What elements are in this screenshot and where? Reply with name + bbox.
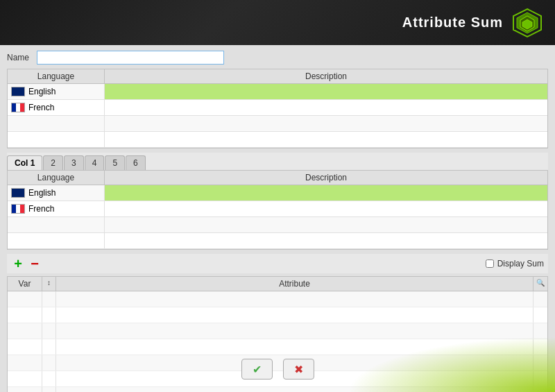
ok-icon: ✔ bbox=[253, 363, 262, 376]
content-area: Name Language Description English French bbox=[0, 45, 555, 392]
name-row: Name bbox=[7, 51, 548, 65]
bottom-th-description: Description bbox=[105, 171, 547, 185]
bottom-th-language: Language bbox=[8, 171, 105, 185]
lang-name: English bbox=[28, 87, 56, 96]
th-sort: ↕ bbox=[42, 277, 56, 291]
tab-col6[interactable]: 6 bbox=[126, 155, 146, 170]
var-cell bbox=[8, 339, 42, 355]
row-search bbox=[533, 323, 547, 339]
desc-cell[interactable] bbox=[105, 132, 547, 147]
desc-cell[interactable] bbox=[105, 201, 547, 216]
attr-table-header: Var ↕ Attribute 🔍 bbox=[8, 277, 547, 291]
remove-row-button[interactable]: − bbox=[28, 257, 42, 271]
toolbar-left: + − bbox=[11, 257, 42, 271]
table-row[interactable]: English bbox=[8, 84, 547, 100]
top-th-description: Description bbox=[105, 69, 547, 83]
tab-col2[interactable]: 2 bbox=[43, 155, 63, 170]
table-row bbox=[8, 233, 547, 249]
lang-cell: English bbox=[8, 84, 105, 99]
attr-table-row[interactable] bbox=[8, 307, 547, 323]
flag-uk-icon bbox=[11, 87, 25, 96]
flag-uk-icon bbox=[11, 188, 25, 198]
sort-cell bbox=[42, 339, 56, 355]
toolbar-right: Display Sum bbox=[486, 259, 544, 269]
attr-cell[interactable] bbox=[56, 307, 533, 323]
lang-cell bbox=[8, 132, 105, 147]
desc-cell-green[interactable] bbox=[105, 185, 547, 201]
attr-table-row[interactable] bbox=[8, 387, 547, 392]
top-language-table: Language Description English French bbox=[7, 69, 548, 148]
header: Attribute Sum bbox=[0, 0, 555, 45]
tab-col1[interactable]: Col 1 bbox=[7, 155, 42, 170]
lang-cell bbox=[8, 217, 105, 232]
cancel-button[interactable]: ✖ bbox=[283, 359, 314, 380]
name-label: Name bbox=[7, 53, 31, 62]
lang-name: English bbox=[28, 188, 56, 198]
lang-cell bbox=[8, 233, 105, 248]
desc-cell[interactable] bbox=[105, 100, 547, 115]
cancel-icon: ✖ bbox=[294, 363, 303, 376]
lang-cell: French bbox=[8, 100, 105, 115]
sort-cell bbox=[42, 307, 56, 323]
ok-button[interactable]: ✔ bbox=[241, 359, 273, 380]
row-search bbox=[533, 307, 547, 323]
desc-cell-green[interactable] bbox=[105, 84, 547, 99]
var-cell bbox=[8, 307, 42, 323]
search-icon[interactable]: 🔍 bbox=[533, 277, 547, 291]
flag-fr-icon bbox=[11, 204, 25, 214]
var-cell bbox=[8, 387, 42, 392]
toolbar: + − Display Sum bbox=[7, 254, 548, 273]
table-row[interactable]: French bbox=[8, 100, 547, 116]
row-search bbox=[533, 387, 547, 392]
tabs-container: Col 1 2 3 4 5 6 bbox=[7, 153, 548, 170]
name-input[interactable] bbox=[37, 51, 224, 65]
table-row bbox=[8, 116, 547, 132]
desc-cell[interactable] bbox=[105, 217, 547, 232]
tabs-bar: Col 1 2 3 4 5 6 bbox=[7, 153, 548, 170]
attr-table-row[interactable] bbox=[8, 323, 547, 339]
bottom-table-header: Language Description bbox=[8, 171, 547, 185]
attr-cell[interactable] bbox=[56, 387, 533, 392]
add-row-button[interactable]: + bbox=[11, 257, 25, 271]
attr-cell[interactable] bbox=[56, 339, 533, 355]
sort-cell bbox=[42, 387, 56, 392]
lang-cell bbox=[8, 116, 105, 131]
top-table-header: Language Description bbox=[8, 69, 547, 84]
th-var: Var bbox=[8, 277, 42, 291]
bottom-language-table: Language Description English French bbox=[7, 170, 548, 250]
attr-cell[interactable] bbox=[56, 291, 533, 307]
lang-name: French bbox=[28, 204, 54, 214]
footer-buttons: ✔ ✖ bbox=[0, 353, 555, 385]
row-search bbox=[533, 339, 547, 355]
desc-cell[interactable] bbox=[105, 233, 547, 248]
app-title: Attribute Sum bbox=[402, 15, 503, 31]
var-cell bbox=[8, 323, 42, 339]
desc-cell[interactable] bbox=[105, 116, 547, 131]
var-cell bbox=[8, 291, 42, 307]
tab-col3[interactable]: 3 bbox=[64, 155, 84, 170]
table-row bbox=[8, 132, 547, 148]
lang-name: French bbox=[28, 103, 54, 112]
lang-cell: French bbox=[8, 201, 105, 216]
sort-cell bbox=[42, 291, 56, 307]
table-row[interactable]: English bbox=[8, 185, 547, 201]
lang-cell: English bbox=[8, 185, 105, 201]
attr-table-row[interactable] bbox=[8, 291, 547, 307]
attr-cell[interactable] bbox=[56, 323, 533, 339]
table-row bbox=[8, 217, 547, 233]
tab-col4[interactable]: 4 bbox=[85, 155, 105, 170]
display-sum-label: Display Sum bbox=[497, 259, 544, 269]
flag-fr-icon bbox=[11, 103, 25, 112]
tab-col5[interactable]: 5 bbox=[105, 155, 125, 170]
top-th-language: Language bbox=[8, 69, 105, 83]
table-row[interactable]: French bbox=[8, 201, 547, 217]
sort-cell bbox=[42, 323, 56, 339]
display-sum-checkbox[interactable] bbox=[486, 259, 494, 268]
app-logo bbox=[510, 6, 545, 40]
row-search bbox=[533, 291, 547, 307]
th-attribute: Attribute bbox=[56, 277, 533, 291]
